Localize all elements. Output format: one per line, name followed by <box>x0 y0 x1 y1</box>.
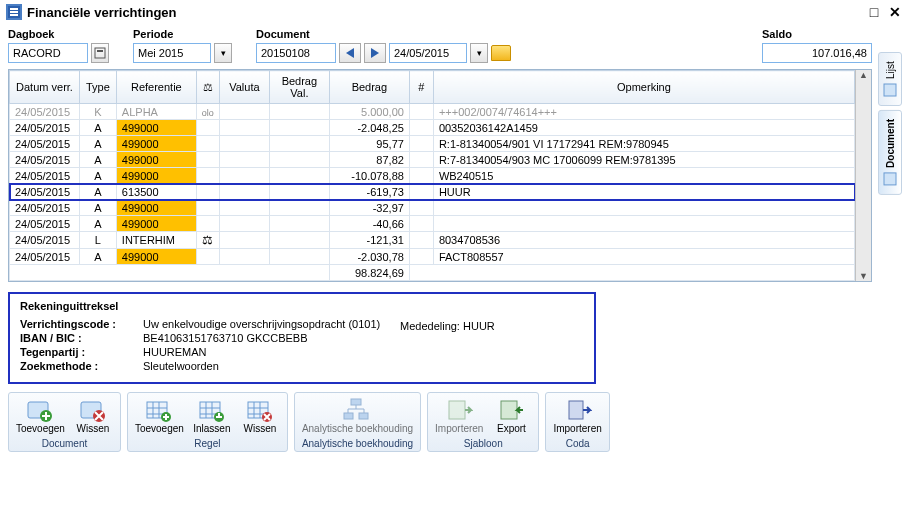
zoekmethode-value: Sleutelwoorden <box>143 360 219 372</box>
link-icon: olo <box>202 108 214 118</box>
col-opmerking[interactable]: Opmerking <box>433 71 854 104</box>
tpl-import-button: Importeren <box>431 396 487 436</box>
grid-scrollbar[interactable] <box>855 70 871 281</box>
grid-total-bedrag: 98.824,69 <box>329 265 409 281</box>
svg-rect-21 <box>569 401 583 419</box>
transactions-grid: Datum verr. Type Referentie ⚖ Valuta Bed… <box>8 69 872 282</box>
table-row[interactable]: 24/05/2015A613500-619,73HUUR <box>10 184 855 200</box>
bottom-toolbar: ToevoegenWissenDocumentToevoegenInlassen… <box>8 392 872 452</box>
toolbar-group: ToevoegenInlassenWissenRegel <box>127 392 288 452</box>
row-add-button[interactable]: Toevoegen <box>131 396 188 436</box>
tree-icon <box>342 398 372 422</box>
tab-icon <box>883 83 897 97</box>
scale-icon: ⚖ <box>202 233 213 247</box>
tab-lijst[interactable]: Lijst <box>878 52 902 106</box>
svg-rect-1 <box>10 8 18 10</box>
document-date-dropdown-button[interactable]: ▾ <box>470 43 488 63</box>
tab-document[interactable]: Document <box>878 110 902 195</box>
col-bedrag-val[interactable]: Bedrag Val. <box>269 71 329 104</box>
window-icon <box>6 4 22 20</box>
side-tabs: LijstDocument <box>878 52 902 452</box>
grid-header-row: Datum verr. Type Referentie ⚖ Valuta Bed… <box>10 71 855 104</box>
svg-rect-20 <box>501 401 517 419</box>
grid-del-icon <box>245 398 275 422</box>
toolbar-group-title: Regel <box>190 436 224 449</box>
svg-rect-19 <box>449 401 465 419</box>
svg-rect-16 <box>351 399 361 405</box>
grid-add-icon <box>144 398 174 422</box>
folder-icon[interactable] <box>491 45 511 61</box>
import-tpl-icon <box>444 398 474 422</box>
periode-input[interactable] <box>133 43 211 63</box>
toolbar-group: ToevoegenWissenDocument <box>8 392 121 452</box>
iban-label: IBAN / BIC : <box>20 332 135 344</box>
table-row[interactable]: 24/05/2015KALPHAolo5.000,00+++002/0074/7… <box>10 104 855 120</box>
svg-rect-3 <box>10 14 18 16</box>
periode-dropdown-button[interactable]: ▾ <box>214 43 232 63</box>
periode-label: Periode <box>133 28 232 40</box>
col-balance-icon[interactable]: ⚖ <box>196 71 219 104</box>
tab-icon <box>883 172 897 186</box>
dagboek-input[interactable] <box>8 43 88 63</box>
document-next-button[interactable] <box>364 43 386 63</box>
del-icon <box>78 398 108 422</box>
add-icon <box>25 398 55 422</box>
svg-rect-5 <box>97 50 103 52</box>
titlebar: Financiële verrichtingen □ ✕ <box>0 0 910 24</box>
document-date-input[interactable] <box>389 43 467 63</box>
svg-rect-2 <box>10 11 18 13</box>
row-ins-button[interactable]: Inlassen <box>188 396 236 436</box>
table-row[interactable]: 24/05/2015A499000-2.030,78FACT808557 <box>10 249 855 265</box>
saldo-input <box>762 43 872 63</box>
col-bedrag[interactable]: Bedrag <box>329 71 409 104</box>
tegenpartij-label: Tegenpartij : <box>20 346 135 358</box>
table-row[interactable]: 24/05/2015A49900095,77R:1-81340054/901 V… <box>10 136 855 152</box>
zoekmethode-label: Zoekmethode : <box>20 360 135 372</box>
table-row[interactable]: 24/05/2015A49900087,82R:7-81340054/903 M… <box>10 152 855 168</box>
document-label: Document <box>256 28 511 40</box>
dagboek-lookup-button[interactable] <box>91 43 109 63</box>
tpl-export-button[interactable]: Export <box>487 396 535 436</box>
mededeling: Mededeling: HUUR <box>400 320 495 332</box>
import-coda-icon <box>563 398 593 422</box>
dagboek-label: Dagboek <box>8 28 109 40</box>
toolbar-group: Analytische boekhoudingAnalytische boekh… <box>294 392 421 452</box>
grid-total-row: 98.824,69 <box>10 265 855 281</box>
toolbar-group-title: Sjabloon <box>460 436 507 449</box>
window-close-button[interactable]: ✕ <box>886 5 904 20</box>
verrichtingscode-value: Uw enkelvoudige overschrijvingsopdracht … <box>143 318 380 330</box>
document-input[interactable] <box>256 43 336 63</box>
svg-rect-22 <box>884 84 896 96</box>
grid-ins-icon <box>197 398 227 422</box>
table-row[interactable]: 24/05/2015A499000-32,97 <box>10 200 855 216</box>
table-row[interactable]: 24/05/2015A499000-2.048,2500352036142A14… <box>10 120 855 136</box>
table-row[interactable]: 24/05/2015LINTERHIM⚖-121,318034708536 <box>10 232 855 249</box>
toolbar-group-title: Coda <box>562 436 594 449</box>
col-type[interactable]: Type <box>80 71 117 104</box>
window-title: Financiële verrichtingen <box>27 5 177 20</box>
col-datum[interactable]: Datum verr. <box>10 71 80 104</box>
export-tpl-icon <box>496 398 526 422</box>
detail-title: Rekeninguittreksel <box>20 300 584 312</box>
toolbar-group-title: Analytische boekhouding <box>298 436 417 449</box>
svg-rect-18 <box>359 413 368 419</box>
col-hash[interactable]: # <box>409 71 433 104</box>
toolbar-group: ImporterenExportSjabloon <box>427 392 539 452</box>
col-referentie[interactable]: Referentie <box>116 71 196 104</box>
toolbar-group-title: Document <box>38 436 92 449</box>
coda-import-button[interactable]: Importeren <box>549 396 605 436</box>
window-maximize-button[interactable]: □ <box>865 5 883 20</box>
doc-add-button[interactable]: Toevoegen <box>12 396 69 436</box>
filter-bar: Dagboek Periode ▾ Document <box>8 28 872 63</box>
tegenpartij-value: HUUREMAN <box>143 346 207 358</box>
document-prev-button[interactable] <box>339 43 361 63</box>
analytic-button: Analytische boekhouding <box>298 396 417 436</box>
doc-del-button[interactable]: Wissen <box>69 396 117 436</box>
toolbar-group: ImporterenCoda <box>545 392 609 452</box>
table-row[interactable]: 24/05/2015A499000-10.078,88WB240515 <box>10 168 855 184</box>
row-del-button[interactable]: Wissen <box>236 396 284 436</box>
col-valuta[interactable]: Valuta <box>219 71 269 104</box>
svg-rect-4 <box>95 48 105 58</box>
verrichtingscode-label: Verrichtingscode : <box>20 318 135 330</box>
table-row[interactable]: 24/05/2015A499000-40,66 <box>10 216 855 232</box>
